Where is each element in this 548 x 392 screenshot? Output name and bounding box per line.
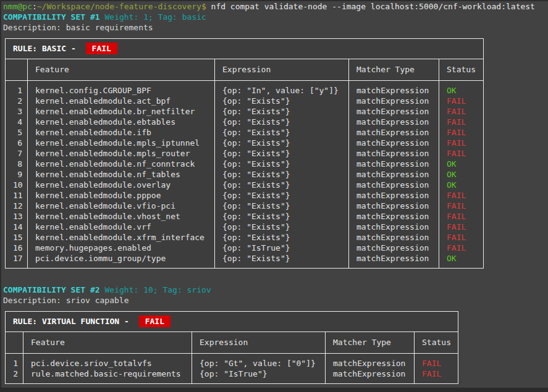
matcher-type-cell: matchExpression	[349, 159, 439, 169]
set1-title: COMPATIBILITY SET #1	[3, 12, 100, 22]
matcher-type-cell: matchExpression	[326, 369, 415, 384]
column-header-status: Status	[439, 59, 484, 81]
prompt-path: ~/Workspace/node-feature-discovery	[37, 2, 201, 11]
status-cell: FAIL	[415, 354, 458, 369]
row-index-cell: 15	[6, 232, 28, 243]
expression-cell: {op: "Exists"}	[215, 222, 349, 232]
rule-table-virtual-function-body: 1pci.device.sriov_totalvfs{op: "Gt", val…	[6, 354, 458, 384]
table-row: 1kernel.config.CGROUP_BPF{op: "In", valu…	[6, 81, 484, 96]
expression-cell: {op: "Gt", value: ["0"]}	[192, 354, 326, 369]
status-cell: FAIL	[439, 138, 484, 148]
rule-label: RULE: BASIC -	[13, 44, 81, 53]
column-header-matcher-type: Matcher Type	[326, 332, 415, 354]
rule-header-row: RULE: VIRTUAL FUNCTION - FAIL	[6, 312, 458, 332]
matcher-type-cell: matchExpression	[349, 211, 439, 222]
set2-description: Description: sriov capable	[3, 295, 129, 306]
rule-status-badge: FAIL	[139, 315, 171, 327]
set1-meta: Weight: 1; Tag: basic	[105, 12, 206, 22]
matcher-type-cell: matchExpression	[349, 243, 439, 253]
window-edge-bottom	[0, 388, 548, 392]
feature-cell: kernel.enabledmodule.pppoe	[28, 190, 215, 201]
feature-cell: kernel.enabledmodule.mpls_iptunnel	[28, 138, 215, 148]
feature-cell: kernel.config.CGROUP_BPF	[28, 81, 215, 96]
matcher-type-cell: matchExpression	[349, 127, 439, 138]
row-index-cell: 7	[6, 148, 28, 159]
rule-title: RULE: VIRTUAL FUNCTION - FAIL	[6, 312, 458, 332]
expression-cell: {op: "Exists"}	[215, 232, 349, 243]
row-index-cell: 5	[6, 127, 28, 138]
expression-cell: {op: "Exists"}	[215, 96, 349, 106]
status-cell: FAIL	[439, 243, 484, 253]
status-cell: FAIL	[439, 96, 484, 106]
prompt-symbol: $	[201, 2, 206, 11]
table-row: 3kernel.enabledmodule.br_netfilter{op: "…	[6, 106, 484, 117]
window-edge-left	[0, 0, 1, 392]
row-index-cell: 2	[6, 96, 28, 106]
expression-cell: {op: "Exists"}	[215, 159, 349, 169]
feature-cell: kernel.enabledmodule.vfio-pci	[28, 201, 215, 211]
feature-cell: kernel.enabledmodule.br_netfilter	[28, 106, 215, 117]
feature-cell: kernel.enabledmodule.vhost_net	[28, 211, 215, 222]
expression-cell: {op: "Exists"}	[215, 117, 349, 127]
rule-title: RULE: BASIC - FAIL	[6, 39, 484, 59]
status-cell: FAIL	[439, 106, 484, 117]
prompt-separator: :	[32, 2, 37, 11]
set2-title: COMPATIBILITY SET #2	[3, 285, 100, 294]
column-header-index	[6, 332, 23, 354]
row-index-cell: 2	[6, 369, 23, 384]
feature-cell: kernel.enabledmodule.xfrm_interface	[28, 232, 215, 243]
matcher-type-cell: matchExpression	[349, 222, 439, 232]
feature-cell: kernel.enabledmodule.mpls_router	[28, 148, 215, 159]
feature-cell: rule.matched.basic-requirements	[23, 369, 192, 384]
row-index-cell: 1	[6, 354, 23, 369]
expression-cell: {op: "In", value: ["y"]}	[215, 81, 349, 96]
expression-cell: {op: "IsTrue"}	[192, 369, 326, 384]
feature-cell: kernel.enabledmodule.ifb	[28, 127, 215, 138]
status-cell: FAIL	[415, 369, 458, 384]
expression-cell: {op: "Exists"}	[215, 180, 349, 190]
feature-cell: kernel.enabledmodule.ebtables	[28, 117, 215, 127]
table-row: 6kernel.enabledmodule.mpls_iptunnel{op: …	[6, 138, 484, 148]
feature-cell: pci.device.sriov_totalvfs	[23, 354, 192, 369]
command-text: nfd compat validate-node --image localho…	[206, 2, 535, 11]
table-row: 17pci.device.iommu_group/type{op: "Exist…	[6, 253, 484, 269]
column-header-expression: Expression	[215, 59, 349, 81]
matcher-type-cell: matchExpression	[326, 354, 415, 369]
table-row: 11kernel.enabledmodule.pppoe{op: "Exists…	[6, 190, 484, 201]
row-index-cell: 12	[6, 201, 28, 211]
column-header-feature: Feature	[23, 332, 192, 354]
status-cell: OK	[439, 81, 484, 96]
table-row: 9kernel.enabledmodule.nf_tables{op: "Exi…	[6, 169, 484, 180]
row-index-cell: 13	[6, 211, 28, 222]
matcher-type-cell: matchExpression	[349, 138, 439, 148]
column-header-row: Feature Expression Matcher Type Status	[6, 59, 484, 81]
row-index-cell: 4	[6, 117, 28, 127]
expression-cell: {op: "Exists"}	[215, 169, 349, 180]
status-cell: FAIL	[439, 117, 484, 127]
table-row: 13kernel.enabledmodule.vhost_net{op: "Ex…	[6, 211, 484, 222]
set1-heading: COMPATIBILITY SET #1Weight: 1; Tag: basi…	[3, 12, 206, 22]
table-row: 8kernel.enabledmodule.nf_conntrack{op: "…	[6, 159, 484, 169]
status-cell: FAIL	[439, 201, 484, 211]
feature-cell: kernel.enabledmodule.act_bpf	[28, 96, 215, 106]
status-cell: FAIL	[439, 127, 484, 138]
matcher-type-cell: matchExpression	[349, 232, 439, 243]
prompt-user-host: nmm@pc	[3, 2, 32, 11]
table-row: 5kernel.enabledmodule.ifb{op: "Exists"}m…	[6, 127, 484, 138]
matcher-type-cell: matchExpression	[349, 117, 439, 127]
expression-cell: {op: "Exists"}	[215, 106, 349, 117]
table-row: 4kernel.enabledmodule.ebtables{op: "Exis…	[6, 117, 484, 127]
table-row: 7kernel.enabledmodule.mpls_router{op: "E…	[6, 148, 484, 159]
expression-cell: {op: "Exists"}	[215, 190, 349, 201]
terminal-window: { "terminal": { "prompt_user_host": "nmm…	[0, 0, 548, 392]
rule-table-basic: RULE: BASIC - FAIL Feature Expression Ma…	[5, 38, 484, 269]
row-index-cell: 17	[6, 253, 28, 269]
row-index-cell: 16	[6, 243, 28, 253]
column-header-index	[6, 59, 28, 81]
feature-cell: pci.device.iommu_group/type	[28, 253, 215, 269]
matcher-type-cell: matchExpression	[349, 148, 439, 159]
table-row: 2rule.matched.basic-requirements{op: "Is…	[6, 369, 458, 384]
feature-cell: kernel.enabledmodule.nf_tables	[28, 169, 215, 180]
set2-heading: COMPATIBILITY SET #2Weight: 10; Tag: sri…	[3, 285, 211, 295]
table-row: 14kernel.enabledmodule.vrf{op: "Exists"}…	[6, 222, 484, 232]
